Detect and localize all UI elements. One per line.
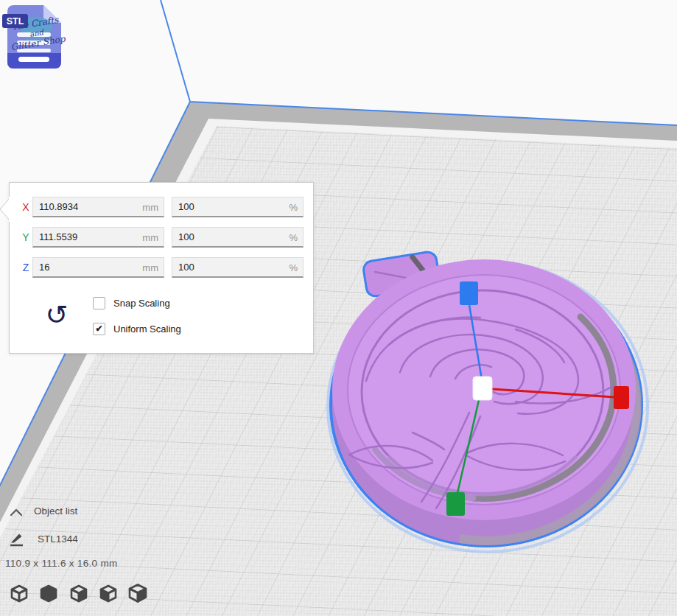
- scale-handle-x[interactable]: [614, 386, 629, 409]
- scale-row-y: Y mm %: [10, 227, 313, 248]
- mesh-type-support-button[interactable]: [38, 583, 59, 605]
- scale-handle-center[interactable]: [473, 377, 492, 400]
- cube-side-filled-icon: [127, 583, 148, 605]
- edit-pencil-icon: [8, 531, 24, 547]
- object-list-header[interactable]: Object list: [34, 505, 77, 517]
- snap-scaling-checkbox[interactable]: [93, 297, 105, 309]
- scale-tool-panel: X mm % Y mm % Z mm % ↺: [9, 182, 314, 354]
- z-size-input[interactable]: [32, 257, 164, 278]
- uniform-scaling-checkbox[interactable]: ✔: [93, 323, 105, 335]
- cube-left-face-filled-icon: [98, 583, 119, 605]
- x-axis-label: X: [21, 201, 31, 213]
- reset-scale-button[interactable]: ↺: [43, 299, 70, 332]
- snap-scaling-label: Snap Scaling: [113, 298, 170, 309]
- scale-row-z: Z mm %: [10, 257, 313, 278]
- y-axis-label: Y: [21, 231, 31, 243]
- stl-badge-label: STL: [7, 16, 24, 27]
- uniform-scaling-label: Uniform Scaling: [113, 323, 181, 335]
- scale-row-x: X mm %: [10, 197, 313, 217]
- panel-pointer: [0, 197, 10, 222]
- z-axis-label: Z: [21, 262, 31, 273]
- collapse-chevron-icon[interactable]: [10, 507, 23, 519]
- mesh-type-no-overlap-button[interactable]: [98, 583, 119, 605]
- x-percent-input[interactable]: [172, 197, 304, 217]
- snap-scaling-row: Snap Scaling: [93, 295, 170, 310]
- cube-solid-icon: [38, 583, 59, 605]
- mesh-type-modify-overlaps-button[interactable]: [69, 583, 89, 605]
- scale-handle-z[interactable]: [460, 281, 478, 305]
- mesh-type-normal-button[interactable]: [9, 583, 29, 605]
- shop-logo: The Crafts and Glitter Shop STL: [2, 1, 69, 72]
- uniform-scaling-row: ✔ Uniform Scaling: [93, 321, 181, 336]
- x-size-input[interactable]: [32, 197, 164, 217]
- cube-wireframe-icon: [9, 583, 29, 605]
- scale-handle-y[interactable]: [446, 492, 465, 516]
- mesh-type-infill-button[interactable]: [127, 583, 148, 605]
- model-dimensions-text: 110.9 x 111.6 x 16.0 mm: [5, 558, 117, 569]
- y-size-input[interactable]: [32, 227, 164, 248]
- z-percent-input[interactable]: [172, 257, 304, 278]
- object-list-item[interactable]: STL1344: [38, 533, 78, 545]
- y-percent-input[interactable]: [172, 227, 304, 248]
- cube-right-face-filled-icon: [69, 583, 89, 605]
